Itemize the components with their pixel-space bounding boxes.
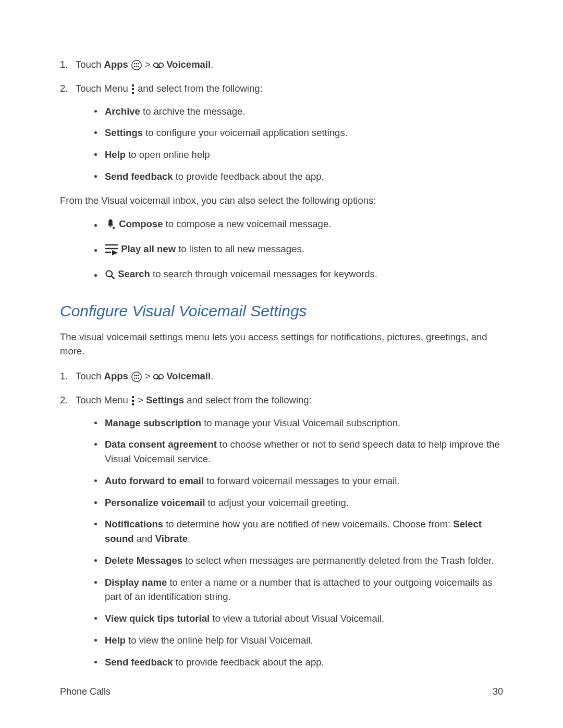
list-item: Manage subscription to manage your Visua…: [93, 416, 503, 430]
svg-point-1: [134, 63, 136, 65]
item-bold: Notifications: [105, 519, 163, 529]
item-rest: to view a tutorial about Visual Voicemai…: [210, 613, 384, 624]
item-rest: to compose a new voicemail message.: [163, 218, 331, 229]
apps-grid-icon: [131, 371, 142, 382]
menu-items-list: Archive to archive the message. Settings…: [93, 104, 503, 184]
svg-point-6: [138, 66, 139, 68]
svg-point-26: [134, 378, 136, 379]
item-rest: to provide feedback about the app.: [173, 171, 324, 182]
step-2: 2. Touch Menu > Settings and select from…: [60, 393, 503, 670]
compose-icon: [105, 218, 116, 231]
section-intro: The visual voicemail settings menu lets …: [60, 330, 503, 359]
step-number: 2.: [60, 81, 68, 96]
voicemail-icon: [153, 373, 164, 381]
item-rest: to search through voicemail messages for…: [150, 268, 377, 279]
step-1: 1. Touch Apps > Voicemail.: [60, 57, 503, 72]
list-item: View quick tips tutorial to view a tutor…: [93, 611, 503, 626]
list-item: Data consent agreement to choose whether…: [93, 437, 503, 466]
text: Touch: [76, 59, 104, 70]
page-footer: Phone Calls 30: [60, 685, 503, 699]
settings-items-list: Manage subscription to manage your Visua…: [93, 416, 503, 670]
inbox-options-list: Compose to compose a new voicemail messa…: [93, 217, 503, 281]
gt: >: [142, 59, 153, 70]
svg-point-5: [136, 66, 138, 68]
voicemail-label: Voicemail: [166, 59, 211, 70]
item-mid: to determine how you are notified of new…: [163, 519, 453, 529]
list-item: Compose to compose a new voicemail messa…: [93, 217, 503, 231]
apps-label: Apps: [104, 59, 128, 70]
svg-line-21: [112, 276, 115, 279]
list-item: Auto forward to email to forward voicema…: [93, 474, 503, 488]
item-rest: to open online help: [126, 149, 210, 160]
item-rest: to manage your Visual Voicemail subscrip…: [201, 417, 400, 428]
item-bold: Send feedback: [105, 171, 173, 182]
svg-marker-19: [112, 250, 118, 255]
svg-point-28: [138, 378, 139, 379]
list-item: Delete Messages to select when messages …: [93, 553, 503, 568]
item-bold: Play all new: [121, 243, 176, 254]
svg-point-8: [159, 63, 163, 67]
item-bold: Personalize voicemail: [105, 497, 205, 508]
item-bold: Auto forward to email: [105, 475, 204, 486]
svg-point-20: [106, 270, 113, 277]
item-bold: Delete Messages: [105, 555, 182, 566]
svg-point-29: [154, 375, 158, 379]
svg-rect-11: [132, 88, 134, 90]
step-number: 1.: [60, 369, 68, 384]
svg-point-3: [138, 63, 139, 65]
item-period: .: [188, 533, 190, 544]
gt: >: [135, 394, 146, 405]
item-bold: Data consent agreement: [105, 439, 217, 450]
section-heading: Configure Visual Voicemail Settings: [60, 299, 503, 323]
menu-options-icon: [131, 84, 135, 94]
svg-rect-10: [132, 84, 134, 87]
svg-point-25: [138, 375, 139, 376]
item-bold: Compose: [119, 218, 163, 229]
item-bold: View quick tips tutorial: [105, 613, 210, 624]
svg-point-24: [136, 375, 138, 376]
list-item: Search to search through voicemail messa…: [93, 267, 503, 281]
svg-point-0: [132, 60, 141, 70]
item-rest: to configure your voicemail application …: [143, 127, 348, 138]
item-rest: to select when messages are permanently …: [182, 555, 494, 566]
list-item: Settings to configure your voicemail app…: [93, 126, 503, 140]
settings-label: Settings: [146, 394, 184, 405]
svg-point-4: [134, 66, 136, 68]
gt: >: [142, 371, 153, 381]
list-item: Notifications to determine how you are n…: [93, 517, 503, 546]
step-1: 1. Touch Apps > Voicemail.: [60, 369, 503, 384]
item-bold: Help: [105, 149, 126, 160]
list-item: Play all new to listen to all new messag…: [93, 242, 503, 256]
voicemail-icon: [153, 61, 164, 69]
svg-rect-33: [132, 400, 134, 402]
list-item: Display name to enter a name or a number…: [93, 575, 503, 604]
item-rest: to forward voicemail messages to your em…: [204, 475, 399, 486]
svg-point-23: [134, 375, 136, 376]
steps-list-2: 1. Touch Apps > Voicemail. 2. Touch Menu: [60, 369, 503, 669]
menu-options-icon: [131, 396, 135, 406]
svg-rect-34: [132, 403, 134, 405]
list-item: Help to open online help: [93, 147, 503, 162]
item-bold: Search: [118, 268, 150, 279]
page-number: 30: [493, 685, 503, 699]
item-bold: Display name: [105, 577, 167, 588]
item-bold: Manage subscription: [105, 417, 201, 428]
voicemail-label: Voicemail: [166, 371, 211, 381]
steps-list-1: 1. Touch Apps > Voicemail. 2. Touch Menu: [60, 57, 503, 184]
text: and select from the following:: [184, 394, 312, 405]
item-bold: Help: [105, 635, 126, 646]
svg-point-30: [159, 375, 163, 379]
step-number: 2.: [60, 393, 68, 408]
list-item: Archive to archive the message.: [93, 104, 503, 119]
text: and select from the following:: [138, 83, 263, 94]
item-bold3: Vibrate: [155, 533, 188, 544]
svg-rect-32: [132, 396, 134, 398]
svg-point-7: [154, 63, 158, 67]
text: Touch Menu: [76, 394, 128, 405]
period: .: [211, 371, 213, 381]
search-icon: [105, 269, 115, 280]
apps-label: Apps: [104, 371, 128, 381]
svg-point-2: [136, 63, 138, 65]
svg-point-27: [136, 378, 138, 379]
item-rest: to archive the message.: [140, 106, 246, 117]
